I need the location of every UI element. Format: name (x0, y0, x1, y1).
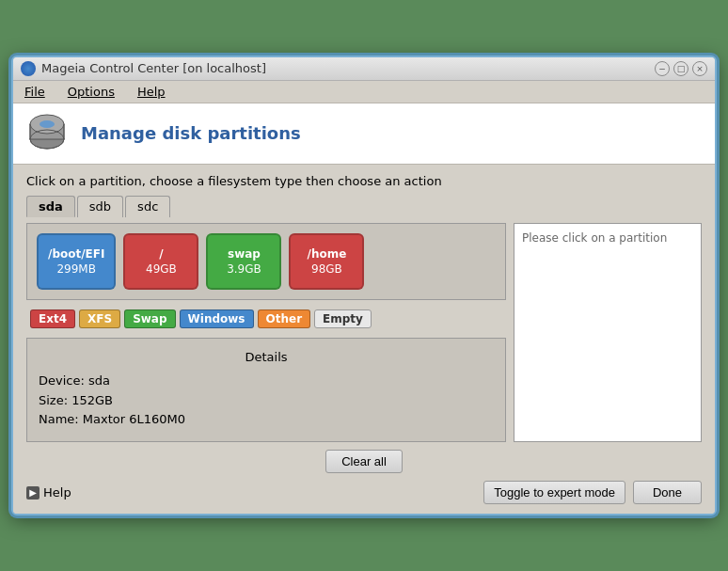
details-box: Details Device: sda Size: 152GB Name: Ma… (26, 338, 506, 442)
tab-sdc[interactable]: sdc (125, 196, 170, 217)
main-panel: /boot/EFI 299MB / 49GB swap 3.9GB /home … (26, 223, 702, 442)
menu-help[interactable]: Help (134, 83, 169, 101)
done-button[interactable]: Done (633, 481, 702, 504)
maximize-button[interactable]: □ (673, 61, 688, 76)
titlebar-buttons: − □ × (655, 61, 707, 76)
app-icon (21, 61, 36, 76)
partition-swap[interactable]: swap 3.9GB (206, 233, 281, 290)
instruction-text: Click on a partition, choose a filesyste… (26, 174, 702, 188)
clear-all-button[interactable]: Clear all (325, 450, 403, 473)
header-icon (24, 111, 70, 156)
partition-swap-size: 3.9GB (227, 262, 261, 276)
header-title: Manage disk partitions (81, 123, 301, 143)
menubar: File Options Help (13, 81, 715, 103)
titlebar: Mageia Control Center [on localhost] − □… (13, 57, 715, 81)
main-window: Mageia Control Center [on localhost] − □… (11, 56, 717, 515)
partition-home-size: 98GB (311, 262, 342, 276)
toggle-expert-button[interactable]: Toggle to expert mode (483, 481, 625, 504)
bottom-right: Toggle to expert mode Done (483, 481, 702, 504)
details-content: Device: sda Size: 152GB Name: Maxtor 6L1… (39, 372, 494, 430)
close-button[interactable]: × (692, 61, 707, 76)
legend-ext4[interactable]: Ext4 (30, 309, 75, 328)
detail-device: Device: sda (39, 372, 494, 391)
titlebar-left: Mageia Control Center [on localhost] (21, 61, 266, 76)
legend-empty[interactable]: Empty (314, 309, 372, 328)
menu-file[interactable]: File (21, 83, 49, 101)
left-panel: /boot/EFI 299MB / 49GB swap 3.9GB /home … (26, 223, 506, 442)
help-arrow-icon: ▶ (26, 486, 40, 500)
right-panel-placeholder: Please click on a partition (522, 231, 667, 245)
tab-sda[interactable]: sda (26, 196, 75, 217)
legend-xfs[interactable]: XFS (79, 309, 120, 328)
details-title: Details (39, 350, 494, 364)
detail-size: Size: 152GB (39, 391, 494, 411)
partition-home[interactable]: /home 98GB (289, 233, 364, 290)
partition-root[interactable]: / 49GB (123, 233, 198, 290)
actions-row: Clear all (26, 450, 702, 473)
legend-swap[interactable]: Swap (124, 309, 175, 328)
svg-point-3 (40, 120, 55, 128)
detail-name: Name: Maxtor 6L160M0 (39, 410, 494, 430)
partition-boot-name: /boot/EFI (48, 247, 104, 261)
menu-options[interactable]: Options (64, 83, 119, 101)
legend-windows[interactable]: Windows (180, 309, 254, 328)
legend-other[interactable]: Other (258, 309, 311, 328)
partition-root-size: 49GB (146, 262, 177, 276)
header-section: Manage disk partitions (13, 103, 715, 165)
legend-bar: Ext4 XFS Swap Windows Other Empty (26, 306, 506, 332)
partition-boot-size: 299MB (56, 262, 96, 276)
help-label: Help (43, 485, 71, 500)
partition-boot[interactable]: /boot/EFI 299MB (37, 233, 116, 290)
partitions-area: /boot/EFI 299MB / 49GB swap 3.9GB /home … (26, 223, 506, 300)
partition-swap-name: swap (228, 247, 261, 261)
help-link[interactable]: ▶ Help (26, 485, 71, 500)
disk-tabs: sda sdb sdc (26, 196, 702, 217)
partition-home-name: /home (308, 247, 347, 261)
partition-root-name: / (159, 247, 163, 261)
tab-sdb[interactable]: sdb (77, 196, 123, 217)
window-title: Mageia Control Center [on localhost] (41, 61, 266, 75)
bottom-row: ▶ Help Toggle to expert mode Done (26, 481, 702, 504)
minimize-button[interactable]: − (655, 61, 670, 76)
right-info-panel: Please click on a partition (514, 223, 702, 442)
content-area: Click on a partition, choose a filesyste… (13, 165, 715, 514)
